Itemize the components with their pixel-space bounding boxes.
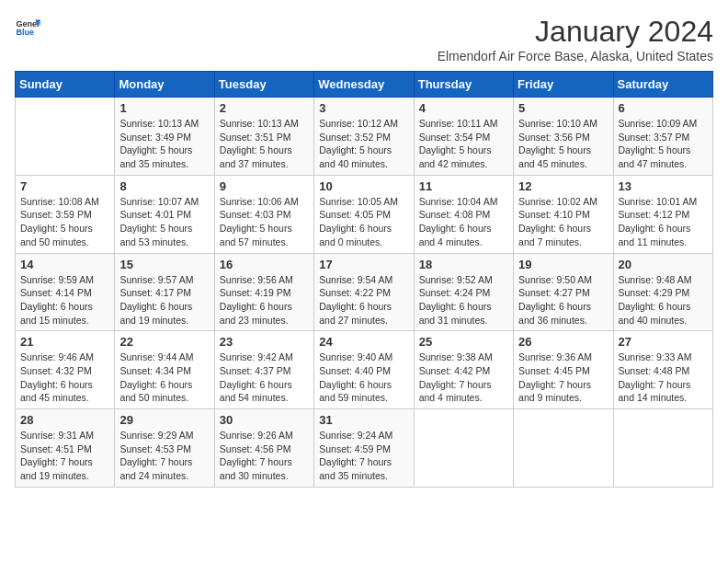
calendar-cell: 23Sunrise: 9:42 AM Sunset: 4:37 PM Dayli… [214,331,313,409]
day-number: 27 [619,335,708,349]
calendar-week-row: 1Sunrise: 10:13 AM Sunset: 3:49 PM Dayli… [16,98,713,176]
day-info: Sunrise: 9:42 AM Sunset: 4:37 PM Dayligh… [220,350,309,405]
calendar-week-row: 7Sunrise: 10:08 AM Sunset: 3:59 PM Dayli… [16,175,713,253]
day-number: 28 [20,413,109,427]
calendar-cell: 16Sunrise: 9:56 AM Sunset: 4:19 PM Dayli… [214,253,313,331]
day-info: Sunrise: 10:12 AM Sunset: 3:52 PM Daylig… [319,117,408,171]
calendar-week-row: 14Sunrise: 9:59 AM Sunset: 4:14 PM Dayli… [16,253,713,331]
day-number: 12 [518,179,608,193]
location: Elmendorf Air Force Base, Alaska, United… [438,49,713,63]
day-info: Sunrise: 9:33 AM Sunset: 4:48 PM Dayligh… [619,350,708,405]
day-info: Sunrise: 9:46 AM Sunset: 4:32 PM Dayligh… [20,350,109,405]
day-number: 26 [518,335,608,349]
day-info: Sunrise: 9:31 AM Sunset: 4:51 PM Dayligh… [20,429,109,483]
calendar-cell [414,409,513,488]
day-number: 19 [518,258,608,271]
day-info: Sunrise: 10:09 AM Sunset: 3:57 PM Daylig… [619,117,708,171]
calendar-cell: 8Sunrise: 10:07 AM Sunset: 4:01 PM Dayli… [115,175,214,253]
day-info: Sunrise: 10:13 AM Sunset: 3:49 PM Daylig… [119,117,209,171]
day-number: 30 [220,413,309,427]
day-number: 14 [20,258,109,271]
day-info: Sunrise: 9:59 AM Sunset: 4:14 PM Dayligh… [20,273,109,327]
day-of-week-header: Friday [514,72,613,98]
calendar-cell: 27Sunrise: 9:33 AM Sunset: 4:48 PM Dayli… [613,331,712,409]
day-number: 7 [20,179,109,193]
calendar-cell: 2Sunrise: 10:13 AM Sunset: 3:51 PM Dayli… [214,98,313,176]
calendar-cell: 15Sunrise: 9:57 AM Sunset: 4:17 PM Dayli… [115,253,214,331]
day-number: 17 [319,258,408,271]
day-number: 24 [319,335,408,349]
day-info: Sunrise: 10:08 AM Sunset: 3:59 PM Daylig… [20,195,109,249]
day-number: 18 [419,258,508,271]
day-number: 10 [319,179,408,193]
day-of-week-header: Monday [115,72,214,98]
calendar-week-row: 28Sunrise: 9:31 AM Sunset: 4:51 PM Dayli… [16,409,713,488]
day-info: Sunrise: 9:48 AM Sunset: 4:29 PM Dayligh… [619,273,708,327]
day-of-week-header: Thursday [414,72,513,98]
day-number: 25 [419,335,508,349]
day-info: Sunrise: 10:13 AM Sunset: 3:51 PM Daylig… [220,117,309,171]
day-of-week-header: Saturday [613,72,712,98]
calendar-cell: 17Sunrise: 9:54 AM Sunset: 4:22 PM Dayli… [314,253,414,331]
day-number: 22 [119,335,209,349]
calendar-cell: 1Sunrise: 10:13 AM Sunset: 3:49 PM Dayli… [115,98,214,176]
day-info: Sunrise: 9:57 AM Sunset: 4:17 PM Dayligh… [119,273,209,327]
day-info: Sunrise: 9:54 AM Sunset: 4:22 PM Dayligh… [319,273,408,327]
month-title: January 2024 [438,15,713,49]
page-header: General Blue January 2024 Elmendorf Air … [15,15,713,63]
calendar-cell [16,98,115,176]
day-number: 13 [619,179,708,193]
day-info: Sunrise: 10:04 AM Sunset: 4:08 PM Daylig… [419,195,508,249]
calendar-header: SundayMondayTuesdayWednesdayThursdayFrid… [16,72,713,98]
day-info: Sunrise: 9:50 AM Sunset: 4:27 PM Dayligh… [518,273,608,327]
day-info: Sunrise: 10:07 AM Sunset: 4:01 PM Daylig… [119,195,209,249]
calendar-cell: 18Sunrise: 9:52 AM Sunset: 4:24 PM Dayli… [414,253,513,331]
day-info: Sunrise: 9:44 AM Sunset: 4:34 PM Dayligh… [119,350,209,405]
calendar-cell: 14Sunrise: 9:59 AM Sunset: 4:14 PM Dayli… [16,253,115,331]
day-number: 6 [619,101,708,115]
svg-text:Blue: Blue [16,28,34,37]
calendar-cell: 7Sunrise: 10:08 AM Sunset: 3:59 PM Dayli… [16,175,115,253]
calendar-cell: 12Sunrise: 10:02 AM Sunset: 4:10 PM Dayl… [514,175,613,253]
day-of-week-header: Sunday [16,72,115,98]
day-number: 20 [619,258,708,271]
calendar-cell: 24Sunrise: 9:40 AM Sunset: 4:40 PM Dayli… [314,331,414,409]
calendar-week-row: 21Sunrise: 9:46 AM Sunset: 4:32 PM Dayli… [16,331,713,409]
day-info: Sunrise: 9:36 AM Sunset: 4:45 PM Dayligh… [518,350,608,405]
calendar-cell: 21Sunrise: 9:46 AM Sunset: 4:32 PM Dayli… [16,331,115,409]
day-number: 8 [119,179,209,193]
day-info: Sunrise: 9:26 AM Sunset: 4:56 PM Dayligh… [220,429,309,483]
day-info: Sunrise: 10:11 AM Sunset: 3:54 PM Daylig… [419,117,508,171]
calendar-cell: 20Sunrise: 9:48 AM Sunset: 4:29 PM Dayli… [613,253,712,331]
day-number: 9 [220,179,309,193]
day-info: Sunrise: 9:40 AM Sunset: 4:40 PM Dayligh… [319,350,408,405]
day-info: Sunrise: 9:24 AM Sunset: 4:59 PM Dayligh… [319,429,408,483]
day-info: Sunrise: 10:01 AM Sunset: 4:12 PM Daylig… [619,195,708,249]
calendar-cell: 19Sunrise: 9:50 AM Sunset: 4:27 PM Dayli… [514,253,613,331]
day-number: 31 [319,413,408,427]
title-section: January 2024 Elmendorf Air Force Base, A… [438,15,713,63]
day-number: 4 [419,101,508,115]
calendar-cell: 11Sunrise: 10:04 AM Sunset: 4:08 PM Dayl… [414,175,513,253]
calendar-cell [514,409,613,488]
calendar-cell: 13Sunrise: 10:01 AM Sunset: 4:12 PM Dayl… [613,175,712,253]
calendar-cell: 5Sunrise: 10:10 AM Sunset: 3:56 PM Dayli… [514,98,613,176]
logo-icon: General Blue [15,15,40,40]
calendar-cell: 25Sunrise: 9:38 AM Sunset: 4:42 PM Dayli… [414,331,513,409]
day-info: Sunrise: 9:38 AM Sunset: 4:42 PM Dayligh… [419,350,508,405]
day-number: 1 [119,101,209,115]
calendar-cell: 22Sunrise: 9:44 AM Sunset: 4:34 PM Dayli… [115,331,214,409]
day-number: 15 [119,258,209,271]
day-info: Sunrise: 10:10 AM Sunset: 3:56 PM Daylig… [518,117,608,171]
logo: General Blue [15,15,42,40]
calendar-cell: 26Sunrise: 9:36 AM Sunset: 4:45 PM Dayli… [514,331,613,409]
calendar-cell: 10Sunrise: 10:05 AM Sunset: 4:05 PM Dayl… [314,175,414,253]
day-info: Sunrise: 10:02 AM Sunset: 4:10 PM Daylig… [518,195,608,249]
day-number: 29 [119,413,209,427]
day-number: 2 [220,101,309,115]
day-info: Sunrise: 9:29 AM Sunset: 4:53 PM Dayligh… [119,429,209,483]
day-number: 16 [220,258,309,271]
day-info: Sunrise: 10:05 AM Sunset: 4:05 PM Daylig… [319,195,408,249]
calendar-cell: 3Sunrise: 10:12 AM Sunset: 3:52 PM Dayli… [314,98,414,176]
day-info: Sunrise: 9:52 AM Sunset: 4:24 PM Dayligh… [419,273,508,327]
